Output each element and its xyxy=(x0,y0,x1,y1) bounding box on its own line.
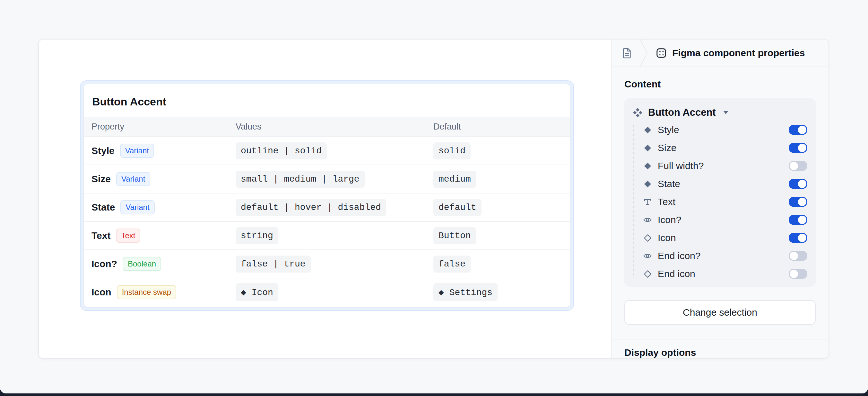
property-label: State xyxy=(658,178,680,189)
instance-swap-diamond-icon xyxy=(643,234,652,243)
property-label: End icon xyxy=(658,268,695,279)
property-label: End icon? xyxy=(658,250,701,261)
canvas-area: Button Accent Property Values Default St… xyxy=(39,39,611,358)
property-label: Style xyxy=(658,124,679,135)
toggle-knob xyxy=(798,180,806,188)
change-selection-button[interactable]: Change selection xyxy=(624,300,816,324)
section-divider xyxy=(612,339,829,339)
boolean-eye-icon xyxy=(643,251,652,260)
panel-header: Figma component properties xyxy=(612,39,829,67)
component-properties-box: Button Accent Style Size xyxy=(624,98,816,287)
property-name: Icon? xyxy=(92,258,117,270)
table-row: State Variant default | hover | disabled… xyxy=(84,193,570,221)
property-label: Size xyxy=(658,142,676,153)
table-row: Icon Instance swap ◆ Icon ◆ Settings xyxy=(84,278,570,306)
text-icon xyxy=(643,198,652,206)
property-toggle[interactable] xyxy=(789,233,807,243)
property-type-badge: Variant xyxy=(120,144,154,158)
property-type-badge: Instance swap xyxy=(117,285,176,299)
property-toggle[interactable] xyxy=(789,269,807,279)
property-name: Icon xyxy=(92,287,112,298)
main-window: Button Accent Property Values Default St… xyxy=(38,39,829,359)
property-row: Style xyxy=(633,121,807,139)
component-selector[interactable]: Button Accent xyxy=(633,104,807,121)
content-section-heading: Content xyxy=(624,79,829,90)
property-name: State xyxy=(92,202,115,213)
property-label: Text xyxy=(658,196,675,207)
default-code: Button xyxy=(433,227,476,244)
toggle-knob xyxy=(790,252,798,260)
property-toggle[interactable] xyxy=(789,143,807,153)
property-name: Size xyxy=(92,174,111,185)
property-type-badge: Boolean xyxy=(123,257,161,271)
values-code: outline | solid xyxy=(236,142,327,160)
values-code: ◆ Icon xyxy=(236,283,278,301)
property-toggle[interactable] xyxy=(789,125,807,135)
default-code: ◆ Settings xyxy=(433,283,498,301)
spec-card-title: Button Accent xyxy=(84,84,570,117)
panel-title: Figma component properties xyxy=(672,48,805,58)
values-code: false | true xyxy=(236,256,311,273)
variant-diamond-icon xyxy=(643,126,652,134)
tree-guide-line xyxy=(633,123,634,278)
default-code: false xyxy=(433,256,471,273)
property-row: Icon xyxy=(633,229,807,247)
variant-diamond-icon xyxy=(643,144,652,152)
variant-diamond-icon xyxy=(643,180,652,188)
column-header-property: Property xyxy=(92,122,236,132)
component-name: Button Accent xyxy=(648,107,716,118)
property-row: Full width? xyxy=(633,157,807,175)
toggle-knob xyxy=(798,144,806,152)
property-type-badge: Text xyxy=(116,229,140,243)
table-row: Icon? Boolean false | true false xyxy=(84,249,570,278)
table-row: Style Variant outline | solid solid xyxy=(84,136,570,165)
values-code: small | medium | large xyxy=(236,171,365,188)
property-toggle[interactable] xyxy=(789,197,807,207)
table-row: Size Variant small | medium | large medi… xyxy=(84,165,570,193)
toggle-knob xyxy=(790,162,798,170)
document-tab[interactable] xyxy=(620,47,632,59)
property-type-badge: Variant xyxy=(116,172,150,186)
property-name: Style xyxy=(92,145,115,156)
property-row: Size xyxy=(633,139,807,157)
default-code: solid xyxy=(433,142,471,160)
properties-panel: Figma component properties Content Butto… xyxy=(611,39,829,358)
property-row: State xyxy=(633,175,807,193)
component-spec-highlight: Button Accent Property Values Default St… xyxy=(80,80,574,311)
property-type-badge: Variant xyxy=(120,200,154,215)
display-options-heading: Display options xyxy=(624,347,829,358)
toggle-knob xyxy=(798,126,806,134)
property-row: End icon xyxy=(633,265,807,283)
values-code: string xyxy=(236,227,278,244)
document-icon xyxy=(620,47,632,59)
toggle-knob xyxy=(798,234,806,242)
breadcrumb-separator xyxy=(639,39,648,67)
property-name: Text xyxy=(92,230,111,241)
boolean-eye-icon xyxy=(643,215,652,224)
component-spec-card: Button Accent Property Values Default St… xyxy=(84,84,570,307)
property-label: Icon? xyxy=(658,215,681,225)
default-code: medium xyxy=(433,171,476,188)
toggle-knob xyxy=(798,216,806,224)
property-toggle[interactable] xyxy=(789,161,807,171)
property-toggle[interactable] xyxy=(789,251,807,261)
property-label: Icon xyxy=(658,232,676,243)
values-code: default | hover | disabled xyxy=(236,199,386,216)
chevron-down-icon xyxy=(723,111,728,114)
table-row: Text Text string Button xyxy=(84,221,570,249)
toggle-knob xyxy=(798,198,806,206)
component-properties-icon xyxy=(655,47,667,59)
property-row: End icon? xyxy=(633,247,807,265)
spec-table-header: Property Values Default xyxy=(84,117,570,136)
property-toggle[interactable] xyxy=(789,179,807,189)
variant-diamond-icon xyxy=(643,162,652,170)
property-row: Text xyxy=(633,193,807,211)
component-icon xyxy=(633,108,643,118)
instance-swap-diamond-icon xyxy=(643,270,652,278)
app-surface: Button Accent Property Values Default St… xyxy=(0,0,868,393)
column-header-default: Default xyxy=(433,122,562,132)
property-label: Full width? xyxy=(658,161,704,171)
property-toggle[interactable] xyxy=(789,215,807,225)
column-header-values: Values xyxy=(236,122,433,132)
property-row: Icon? xyxy=(633,211,807,229)
